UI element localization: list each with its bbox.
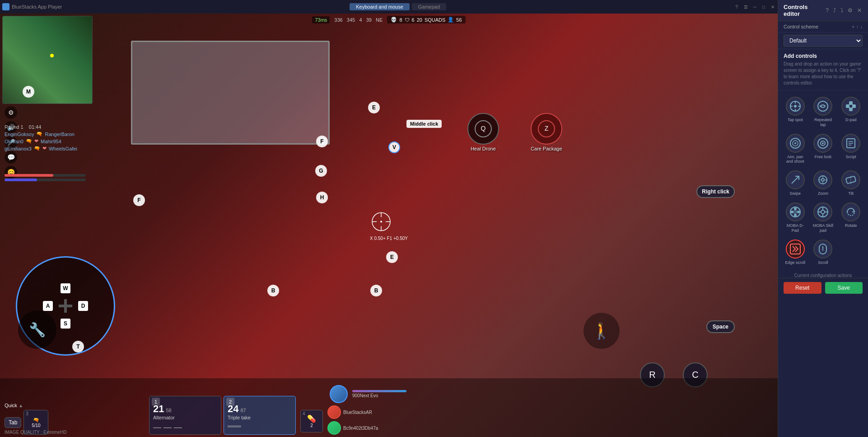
- minimize-button[interactable]: ─: [752, 4, 757, 9]
- moba-d-pad-label: MOBA D-Pad: [787, 223, 804, 233]
- room-window: [131, 41, 330, 145]
- middle-click-label: Middle click: [406, 120, 442, 128]
- svg-text:Q: Q: [481, 125, 486, 132]
- tab-key-badge[interactable]: Tab: [5, 417, 21, 428]
- tilt-icon: [841, 170, 860, 189]
- player-row: EnginGoksoy 🔫 RangerBaron: [5, 131, 77, 137]
- menu-button[interactable]: ☰: [743, 4, 748, 9]
- bottom-hud: Quick ▲ Tab 3 🔫 5/10: [0, 378, 778, 437]
- ctrl-swipe[interactable]: Swipe: [782, 168, 809, 199]
- rotate-label: Rotate: [845, 223, 857, 228]
- moba-d-pad-icon: [786, 202, 805, 221]
- key-b-2[interactable]: B: [370, 285, 382, 296]
- weapon-slot-2[interactable]: 2 24 87 Triple take ═══: [224, 396, 296, 435]
- weapon-slot-1[interactable]: 1 21 58 Alternator — — —: [149, 396, 221, 435]
- moba-skill-pad-label: MOBA Skillpad: [813, 223, 833, 233]
- save-button[interactable]: Save: [825, 282, 863, 294]
- svg-point-44: [797, 211, 800, 213]
- scheme-upload-button[interactable]: ↑: [856, 24, 859, 29]
- help-button[interactable]: ?: [734, 4, 739, 9]
- ctrl-tilt[interactable]: Tilt: [837, 168, 864, 199]
- svg-point-16: [818, 101, 828, 111]
- control-scheme-row: Control scheme + ↑ ↓: [778, 21, 868, 33]
- top-bar: BlueStacks App Player Keyboard and mouse…: [0, 0, 778, 14]
- export-button[interactable]: ⤵: [840, 6, 844, 14]
- moba-skill-pad-icon: [813, 202, 832, 221]
- heal-drone-object: Q Heal Drone: [467, 113, 499, 151]
- scheme-download-button[interactable]: ↓: [860, 24, 863, 29]
- key-t[interactable]: T: [72, 341, 84, 352]
- controls-bottom-buttons: Reset Save: [778, 278, 868, 297]
- key-v[interactable]: V: [388, 141, 400, 153]
- key-e-1[interactable]: E: [368, 102, 380, 113]
- key-g[interactable]: G: [315, 165, 327, 177]
- controls-editor-title: Controls editor: [784, 4, 825, 17]
- close-ctrl-button[interactable]: ✕: [856, 6, 863, 14]
- ctrl-aim-pan-shoot[interactable]: Aim, panand shoot: [782, 131, 809, 167]
- aim-pan-shoot-icon: [786, 134, 805, 153]
- ctrl-moba-skill-pad[interactable]: MOBA Skillpad: [810, 200, 837, 236]
- key-s[interactable]: S: [61, 319, 70, 329]
- space-label: Space: [706, 320, 735, 333]
- chat-icon[interactable]: 💬: [5, 151, 17, 164]
- scheme-select[interactable]: Default: [784, 35, 863, 47]
- energy-bar: [5, 179, 86, 181]
- key-d[interactable]: D: [78, 301, 88, 311]
- ctrl-free-look[interactable]: Free look: [810, 131, 837, 167]
- key-h[interactable]: H: [316, 192, 328, 203]
- maximize-button[interactable]: □: [761, 4, 766, 9]
- scheme-icons: + ↑ ↓: [852, 24, 863, 29]
- script-label: Script: [846, 155, 856, 160]
- key-m[interactable]: M: [23, 86, 34, 98]
- swipe-icon: [786, 170, 805, 189]
- slot-4[interactable]: 4 💊 2: [300, 410, 323, 432]
- key-w[interactable]: W: [61, 283, 70, 293]
- settings-ctrl-button[interactable]: ⚙: [847, 6, 854, 14]
- ctrl-zoom[interactable]: Zoom: [810, 168, 837, 199]
- aim-pan-shoot-label: Aim, panand shoot: [786, 155, 804, 164]
- help-ctrl-button[interactable]: ?: [825, 6, 830, 14]
- ctrl-repeated-tap[interactable]: Repeatedtap: [810, 94, 837, 130]
- script-icon: [841, 134, 860, 153]
- ctrl-moba-d-pad[interactable]: MOBA D-Pad: [782, 200, 809, 236]
- svg-point-40: [793, 210, 798, 214]
- shield-bar: [352, 390, 406, 392]
- edge-scroll-label: Edge scroll: [785, 260, 806, 265]
- ctrl-rotate[interactable]: Rotate: [837, 200, 864, 236]
- tap-spot-icon: [786, 97, 805, 116]
- ctrl-d-pad[interactable]: D-pad: [837, 94, 864, 130]
- header-icon-buttons: ? ⤴ ⤵ ⚙ ✕: [825, 6, 863, 14]
- key-e-2[interactable]: E: [386, 251, 398, 263]
- zoom-label: Zoom: [818, 191, 828, 196]
- reset-button[interactable]: Reset: [784, 282, 821, 294]
- app-title-area: BlueStacks App Player: [2, 3, 62, 10]
- svg-rect-20: [849, 105, 852, 108]
- minimap-player-marker: [50, 54, 54, 57]
- care-package-object: Z Care Package: [531, 113, 562, 151]
- round-info: Round 1 01:44: [5, 124, 77, 130]
- tab-gamepad[interactable]: Gamepad: [412, 3, 446, 10]
- key-a[interactable]: A: [43, 301, 53, 311]
- key-f-2[interactable]: F: [133, 194, 145, 206]
- repeated-tap-icon: [813, 97, 832, 116]
- ctrl-tap-spot[interactable]: Tap spot: [782, 94, 809, 130]
- tab-keyboard-mouse[interactable]: Keyboard and mouse: [350, 3, 410, 10]
- game-area: BlueStacks App Player Keyboard and mouse…: [0, 0, 778, 437]
- ctrl-scroll[interactable]: Scroll: [810, 237, 837, 268]
- add-controls-desc: Drag and drop an action on your game scr…: [784, 61, 863, 86]
- swipe-label: Swipe: [790, 191, 801, 196]
- import-button[interactable]: ⤴: [832, 6, 837, 14]
- settings-icon[interactable]: ⚙: [5, 106, 17, 119]
- health-bar: [5, 174, 86, 177]
- scheme-add-button[interactable]: +: [852, 24, 854, 29]
- grenade-icon[interactable]: 🔧: [18, 310, 56, 349]
- bluestacks-logo: [2, 3, 9, 10]
- key-f-1[interactable]: F: [316, 136, 328, 147]
- hud-squads: 💀 8 🛡 6 20 SQUADS 👤 56: [387, 16, 465, 23]
- controls-grid: Tap spot Repeatedtap D-pad: [778, 90, 868, 271]
- ctrl-script[interactable]: Script: [837, 131, 864, 167]
- ctrl-edge-scroll[interactable]: Edge scroll: [782, 237, 809, 268]
- rotate-icon: [841, 202, 860, 221]
- close-button[interactable]: ✕: [770, 4, 775, 9]
- key-b-1[interactable]: B: [267, 285, 279, 296]
